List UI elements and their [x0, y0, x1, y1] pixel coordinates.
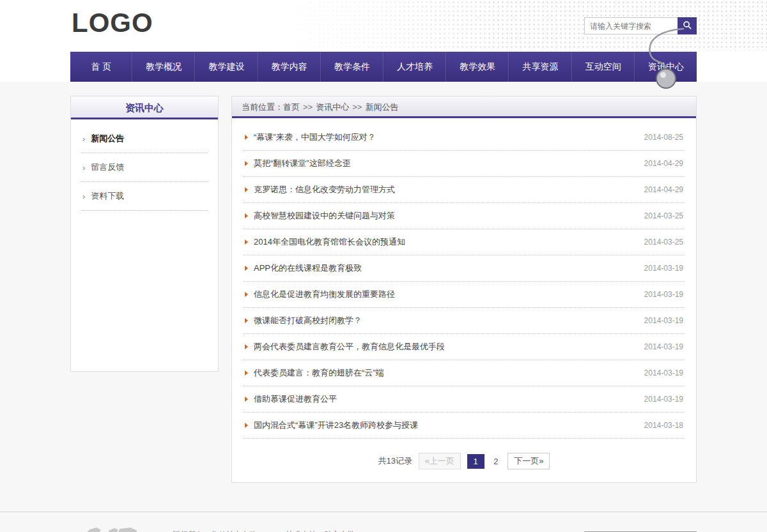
news-date: 2014-03-25	[644, 238, 683, 247]
news-title-link[interactable]: 2014年全国电化教育馆馆长会议的预通知	[254, 236, 637, 248]
main-nav-wrap: 首 页 教学概况 教学建设 教学内容 教学条件 人才培养 教学效果 共享资源 互…	[70, 52, 697, 82]
breadcrumb-current: 新闻公告	[365, 102, 398, 112]
nav-item-shared-resources[interactable]: 共享资源	[509, 52, 571, 82]
news-row: 微课能否打破高校封闭教学？ 2014-03-19	[244, 308, 685, 334]
news-row: 国内混合式“幕课”开讲23名教师跨校参与授课 2014-03-18	[244, 413, 685, 439]
news-row: APP化的在线课程是教育极致 2014-03-19	[244, 255, 685, 282]
nav-item-teaching-overview[interactable]: 教学概况	[132, 52, 195, 82]
pagination-prev-button[interactable]: «上一页	[419, 453, 461, 469]
news-title-link[interactable]: 两会代表委员建言教育公平，教育信息化是最优手段	[254, 341, 637, 353]
news-row: 莫把“翻转课堂”这部经念歪 2014-04-29	[244, 151, 685, 177]
pagination-total: 共13记录	[378, 455, 412, 467]
chevron-right-icon: ›	[82, 163, 85, 172]
bullet-arrow-icon	[245, 161, 248, 166]
news-date: 2014-03-19	[644, 264, 683, 273]
breadcrumb: 当前位置：首页>>资讯中心>>新闻公告	[232, 96, 696, 118]
sidebar-item-label: 留言反馈	[91, 162, 124, 173]
footer-line-1: 版权所有：您的站点名称 技术支持：贴心大学	[173, 526, 468, 532]
search-box	[584, 17, 697, 34]
news-title-link[interactable]: APP化的在线课程是教育极致	[254, 262, 637, 274]
bullet-arrow-icon	[245, 370, 248, 376]
news-row: 高校智慧校园建设中的关键问题与对策 2014-03-25	[244, 203, 685, 229]
news-date: 2014-03-18	[644, 421, 683, 430]
news-title-link[interactable]: 借助慕课促进教育公平	[254, 393, 637, 405]
news-row: 两会代表委员建言教育公平，教育信息化是最优手段 2014-03-19	[244, 334, 685, 360]
bullet-arrow-icon	[245, 397, 248, 402]
sidebar-title: 资讯中心	[71, 96, 218, 119]
news-title-link[interactable]: “幕课”来袭，中国大学如何应对？	[254, 132, 637, 143]
nav-item-news-center[interactable]: 资讯中心	[635, 52, 697, 82]
news-row: 克罗诺思：信息化改变劳动力管理方式 2014-04-29	[244, 177, 685, 203]
news-row: 信息化是促进教育均衡发展的重要路径 2014-03-19	[244, 282, 685, 308]
news-date: 2014-04-29	[644, 185, 683, 194]
header: LOGO	[70, 0, 697, 52]
main-panel: 当前位置：首页>>资讯中心>>新闻公告 “幕课”来袭，中国大学如何应对？ 201…	[231, 96, 697, 483]
bullet-arrow-icon	[245, 187, 248, 192]
pagination-next-button[interactable]: 下一页»	[507, 453, 550, 469]
sidebar-item-feedback[interactable]: › 留言反馈	[81, 153, 208, 182]
news-title-link[interactable]: 微课能否打破高校封闭教学？	[254, 315, 637, 326]
bullet-arrow-icon	[245, 292, 248, 297]
news-title-link[interactable]: 信息化是促进教育均衡发展的重要路径	[254, 289, 637, 300]
news-date: 2014-03-19	[644, 342, 683, 351]
news-title-link[interactable]: 国内混合式“幕课”开讲23名教师跨校参与授课	[254, 420, 637, 431]
news-date: 2014-03-25	[644, 211, 683, 220]
site-logo: LOGO	[72, 8, 153, 38]
search-input[interactable]	[584, 17, 678, 34]
nav-item-teaching-results[interactable]: 教学效果	[446, 52, 509, 82]
sidebar-item-label: 新闻公告	[91, 133, 124, 144]
main-nav: 首 页 教学概况 教学建设 教学内容 教学条件 人才培养 教学效果 共享资源 互…	[70, 52, 697, 82]
news-title-link[interactable]: 代表委员建言：教育的翅膀在“云”端	[254, 367, 637, 379]
news-date: 2014-03-19	[644, 316, 683, 325]
nav-item-interactive-space[interactable]: 互动空间	[572, 52, 635, 82]
footer: 版权所有：您的站点名称 技术支持：贴心大学 建议在IE8以上浏览器 1024*7…	[0, 512, 767, 532]
bullet-arrow-icon	[245, 423, 248, 428]
news-row: 2014年全国电化教育馆馆长会议的预通知 2014-03-25	[244, 229, 685, 255]
chevron-right-icon: ›	[82, 192, 85, 201]
pagination-page-1[interactable]: 1	[467, 454, 484, 469]
news-list: “幕课”来袭，中国大学如何应对？ 2014-08-25 莫把“翻转课堂”这部经念…	[232, 118, 696, 439]
world-map-image	[82, 526, 143, 532]
footer-text: 版权所有：您的站点名称 技术支持：贴心大学 建议在IE8以上浏览器 1024*7…	[173, 526, 468, 532]
news-date: 2014-03-19	[644, 290, 683, 299]
nav-item-talent-training[interactable]: 人才培养	[384, 52, 446, 82]
bullet-arrow-icon	[245, 266, 248, 271]
news-date: 2014-08-25	[644, 133, 683, 142]
sidebar: 资讯中心 › 新闻公告 › 留言反馈 › 资料下载	[70, 96, 219, 372]
news-title-link[interactable]: 莫把“翻转课堂”这部经念歪	[254, 158, 637, 169]
chevron-right-icon: ›	[82, 134, 85, 144]
news-date: 2014-03-19	[644, 369, 683, 377]
bullet-arrow-icon	[245, 239, 248, 245]
news-date: 2014-04-29	[644, 159, 683, 168]
bullet-arrow-icon	[245, 213, 248, 218]
nav-item-teaching-conditions[interactable]: 教学条件	[321, 52, 384, 82]
news-row: “幕课”来袭，中国大学如何应对？ 2014-08-25	[244, 125, 685, 151]
sidebar-item-downloads[interactable]: › 资料下载	[81, 182, 208, 211]
search-button[interactable]	[678, 17, 697, 34]
breadcrumb-separator: >>	[303, 102, 313, 112]
bullet-arrow-icon	[245, 318, 248, 323]
content-area: 资讯中心 › 新闻公告 › 留言反馈 › 资料下载 当前位置：首页>>资讯中心>…	[70, 96, 697, 483]
news-date: 2014-03-19	[644, 395, 683, 404]
search-icon	[683, 20, 692, 32]
breadcrumb-prefix: 当前位置：	[242, 102, 283, 112]
nav-item-teaching-construction[interactable]: 教学建设	[195, 52, 258, 82]
sidebar-item-label: 资料下载	[91, 190, 124, 202]
header-band: LOGO 首 页 教学概况 教学建设 教学内容	[0, 0, 767, 82]
bullet-arrow-icon	[245, 344, 248, 349]
bullet-arrow-icon	[245, 135, 248, 140]
breadcrumb-link-news-center[interactable]: 资讯中心	[316, 102, 349, 112]
breadcrumb-link-home[interactable]: 首页	[283, 102, 300, 112]
breadcrumb-separator: >>	[352, 102, 362, 112]
news-row: 借助慕课促进教育公平 2014-03-19	[244, 386, 685, 413]
sidebar-menu: › 新闻公告 › 留言反馈 › 资料下载	[71, 119, 218, 216]
news-title-link[interactable]: 克罗诺思：信息化改变劳动力管理方式	[254, 184, 637, 195]
pagination-page-2[interactable]: 2	[490, 455, 501, 468]
sidebar-item-news[interactable]: › 新闻公告	[81, 125, 208, 153]
nav-item-home[interactable]: 首 页	[70, 52, 132, 82]
news-title-link[interactable]: 高校智慧校园建设中的关键问题与对策	[254, 210, 637, 222]
pagination: 共13记录 «上一页 1 2 下一页»	[232, 439, 696, 482]
nav-item-teaching-content[interactable]: 教学内容	[258, 52, 321, 82]
news-row: 代表委员建言：教育的翅膀在“云”端 2014-03-19	[244, 360, 685, 386]
